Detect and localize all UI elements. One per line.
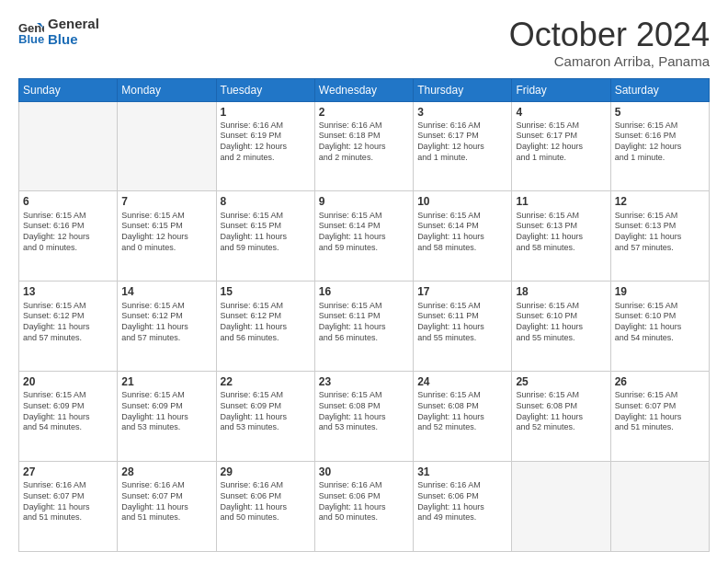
calendar-cell: 21Sunrise: 6:15 AM Sunset: 6:09 PM Dayli… [118, 372, 216, 462]
day-info: Sunrise: 6:15 AM Sunset: 6:10 PM Dayligh… [615, 301, 705, 344]
day-info: Sunrise: 6:15 AM Sunset: 6:16 PM Dayligh… [23, 211, 113, 254]
calendar-cell: 6Sunrise: 6:15 AM Sunset: 6:16 PM Daylig… [19, 191, 118, 282]
day-info: Sunrise: 6:15 AM Sunset: 6:15 PM Dayligh… [121, 211, 211, 254]
day-header-monday: Monday [118, 78, 216, 101]
calendar-cell: 9Sunrise: 6:15 AM Sunset: 6:14 PM Daylig… [314, 191, 413, 282]
calendar-week-5: 27Sunrise: 6:16 AM Sunset: 6:07 PM Dayli… [19, 462, 710, 552]
calendar-cell [512, 462, 610, 552]
calendar-cell: 26Sunrise: 6:15 AM Sunset: 6:07 PM Dayli… [610, 372, 709, 462]
calendar-cell: 19Sunrise: 6:15 AM Sunset: 6:10 PM Dayli… [610, 282, 709, 372]
calendar-cell: 25Sunrise: 6:15 AM Sunset: 6:08 PM Dayli… [512, 372, 610, 462]
day-number: 19 [615, 284, 705, 299]
day-number: 2 [319, 105, 409, 120]
page: General Blue General Blue October 2024 C… [0, 0, 728, 563]
calendar-cell: 7Sunrise: 6:15 AM Sunset: 6:15 PM Daylig… [118, 191, 216, 282]
day-info: Sunrise: 6:15 AM Sunset: 6:12 PM Dayligh… [121, 301, 211, 344]
calendar-cell [19, 101, 118, 191]
day-number: 22 [221, 374, 311, 389]
day-number: 16 [319, 284, 409, 299]
day-number: 14 [121, 284, 211, 299]
logo: General Blue General Blue [18, 17, 99, 47]
calendar-cell: 27Sunrise: 6:16 AM Sunset: 6:07 PM Dayli… [19, 462, 118, 552]
calendar-week-3: 13Sunrise: 6:15 AM Sunset: 6:12 PM Dayli… [19, 282, 710, 372]
day-info: Sunrise: 6:15 AM Sunset: 6:08 PM Dayligh… [516, 390, 606, 433]
calendar-cell: 3Sunrise: 6:16 AM Sunset: 6:17 PM Daylig… [414, 101, 512, 191]
calendar-week-4: 20Sunrise: 6:15 AM Sunset: 6:09 PM Dayli… [19, 372, 710, 462]
day-info: Sunrise: 6:15 AM Sunset: 6:10 PM Dayligh… [516, 301, 606, 344]
day-number: 20 [23, 374, 113, 389]
calendar-cell: 28Sunrise: 6:16 AM Sunset: 6:07 PM Dayli… [118, 462, 216, 552]
day-number: 4 [516, 105, 606, 120]
day-info: Sunrise: 6:16 AM Sunset: 6:07 PM Dayligh… [121, 480, 211, 523]
calendar-cell [610, 462, 709, 552]
calendar-cell: 15Sunrise: 6:15 AM Sunset: 6:12 PM Dayli… [216, 282, 314, 372]
day-info: Sunrise: 6:15 AM Sunset: 6:07 PM Dayligh… [615, 390, 705, 433]
day-info: Sunrise: 6:15 AM Sunset: 6:09 PM Dayligh… [121, 390, 211, 433]
calendar-cell: 31Sunrise: 6:16 AM Sunset: 6:06 PM Dayli… [414, 462, 512, 552]
day-number: 12 [615, 194, 705, 209]
day-number: 17 [417, 284, 507, 299]
calendar-cell: 13Sunrise: 6:15 AM Sunset: 6:12 PM Dayli… [19, 282, 118, 372]
day-number: 13 [23, 284, 113, 299]
day-number: 30 [319, 465, 409, 479]
day-number: 7 [121, 194, 211, 209]
calendar-cell: 4Sunrise: 6:15 AM Sunset: 6:17 PM Daylig… [512, 101, 610, 191]
title-block: October 2024 Camaron Arriba, Panama [509, 17, 710, 69]
calendar-cell: 12Sunrise: 6:15 AM Sunset: 6:13 PM Dayli… [610, 191, 709, 282]
day-info: Sunrise: 6:15 AM Sunset: 6:15 PM Dayligh… [221, 211, 311, 254]
day-info: Sunrise: 6:15 AM Sunset: 6:11 PM Dayligh… [417, 301, 507, 344]
day-number: 28 [121, 465, 211, 479]
day-info: Sunrise: 6:15 AM Sunset: 6:12 PM Dayligh… [221, 301, 311, 344]
logo-icon: General Blue [18, 19, 44, 45]
day-info: Sunrise: 6:15 AM Sunset: 6:13 PM Dayligh… [615, 211, 705, 254]
day-info: Sunrise: 6:15 AM Sunset: 6:13 PM Dayligh… [516, 211, 606, 254]
day-info: Sunrise: 6:15 AM Sunset: 6:08 PM Dayligh… [319, 390, 409, 433]
calendar-cell: 20Sunrise: 6:15 AM Sunset: 6:09 PM Dayli… [19, 372, 118, 462]
day-info: Sunrise: 6:15 AM Sunset: 6:14 PM Dayligh… [319, 211, 409, 254]
calendar-cell: 2Sunrise: 6:16 AM Sunset: 6:18 PM Daylig… [314, 101, 413, 191]
calendar-cell: 22Sunrise: 6:15 AM Sunset: 6:09 PM Dayli… [216, 372, 314, 462]
day-info: Sunrise: 6:15 AM Sunset: 6:12 PM Dayligh… [23, 301, 113, 344]
day-number: 10 [417, 194, 507, 209]
day-number: 5 [615, 105, 705, 120]
day-number: 11 [516, 194, 606, 209]
day-info: Sunrise: 6:15 AM Sunset: 6:11 PM Dayligh… [319, 301, 409, 344]
calendar-header-row: SundayMondayTuesdayWednesdayThursdayFrid… [19, 78, 710, 101]
day-header-tuesday: Tuesday [216, 78, 314, 101]
day-header-wednesday: Wednesday [314, 78, 413, 101]
calendar-cell: 29Sunrise: 6:16 AM Sunset: 6:06 PM Dayli… [216, 462, 314, 552]
calendar-cell: 10Sunrise: 6:15 AM Sunset: 6:14 PM Dayli… [414, 191, 512, 282]
day-number: 27 [23, 465, 113, 479]
day-number: 26 [615, 374, 705, 389]
day-info: Sunrise: 6:16 AM Sunset: 6:07 PM Dayligh… [23, 480, 113, 523]
header: General Blue General Blue October 2024 C… [18, 17, 710, 69]
calendar-cell: 18Sunrise: 6:15 AM Sunset: 6:10 PM Dayli… [512, 282, 610, 372]
calendar-week-1: 1Sunrise: 6:16 AM Sunset: 6:19 PM Daylig… [19, 101, 710, 191]
day-header-thursday: Thursday [414, 78, 512, 101]
calendar-week-2: 6Sunrise: 6:15 AM Sunset: 6:16 PM Daylig… [19, 191, 710, 282]
calendar-cell: 11Sunrise: 6:15 AM Sunset: 6:13 PM Dayli… [512, 191, 610, 282]
day-number: 23 [319, 374, 409, 389]
day-info: Sunrise: 6:16 AM Sunset: 6:06 PM Dayligh… [417, 480, 507, 523]
day-number: 6 [23, 194, 113, 209]
calendar-cell: 16Sunrise: 6:15 AM Sunset: 6:11 PM Dayli… [314, 282, 413, 372]
calendar-cell: 14Sunrise: 6:15 AM Sunset: 6:12 PM Dayli… [118, 282, 216, 372]
day-info: Sunrise: 6:15 AM Sunset: 6:08 PM Dayligh… [417, 390, 507, 433]
day-number: 3 [417, 105, 507, 120]
day-number: 24 [417, 374, 507, 389]
calendar-table: SundayMondayTuesdayWednesdayThursdayFrid… [18, 78, 710, 552]
calendar-cell: 30Sunrise: 6:16 AM Sunset: 6:06 PM Dayli… [314, 462, 413, 552]
day-number: 8 [221, 194, 311, 209]
day-info: Sunrise: 6:15 AM Sunset: 6:17 PM Dayligh… [516, 121, 606, 164]
day-header-friday: Friday [512, 78, 610, 101]
day-number: 1 [221, 105, 311, 120]
calendar-cell: 23Sunrise: 6:15 AM Sunset: 6:08 PM Dayli… [314, 372, 413, 462]
day-number: 18 [516, 284, 606, 299]
day-number: 25 [516, 374, 606, 389]
day-header-saturday: Saturday [610, 78, 709, 101]
svg-text:Blue: Blue [18, 32, 44, 45]
day-number: 9 [319, 194, 409, 209]
location: Camaron Arriba, Panama [509, 53, 710, 69]
day-info: Sunrise: 6:16 AM Sunset: 6:06 PM Dayligh… [221, 480, 311, 523]
day-number: 31 [417, 465, 507, 479]
